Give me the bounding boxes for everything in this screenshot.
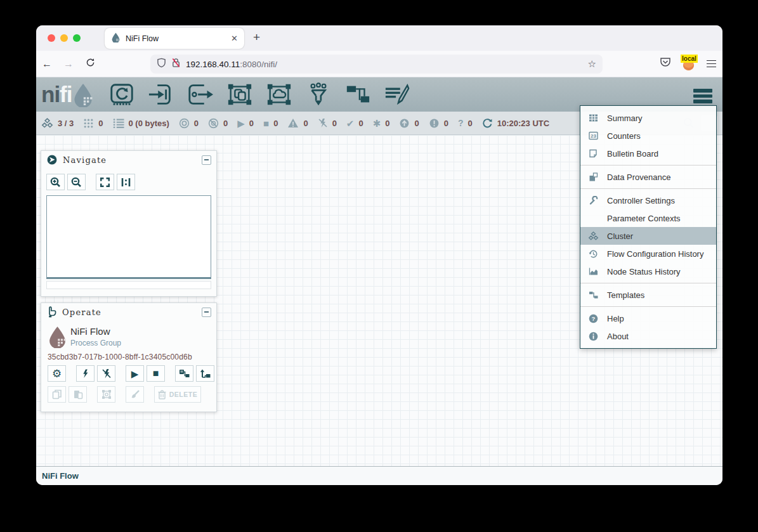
up-to-date-count: 0 <box>358 119 363 128</box>
sync-failure-stat: ? 0 <box>458 119 473 128</box>
remote-process-group-component-icon[interactable] <box>265 82 293 107</box>
disable-button[interactable] <box>97 365 115 382</box>
zoom-in-button[interactable] <box>46 174 65 190</box>
paste-button[interactable] <box>69 386 87 403</box>
upload-template-button[interactable] <box>196 365 214 382</box>
processor-component-icon[interactable] <box>108 82 136 107</box>
threads-icon <box>83 118 94 129</box>
zoom-fit-button[interactable] <box>96 174 114 190</box>
breadcrumb-label[interactable]: NiFi Flow <box>42 471 79 481</box>
birdseye-brush[interactable] <box>46 281 211 289</box>
start-button[interactable]: ▶ <box>126 365 144 382</box>
global-menu: Summary 23 Counters Bulletin Board Data … <box>580 105 717 349</box>
disabled-count: 0 <box>332 119 337 128</box>
menu-item-bulletin-board[interactable]: Bulletin Board <box>580 145 716 162</box>
menu-item-help[interactable]: ? Help <box>580 309 716 327</box>
menu-divider <box>580 188 716 189</box>
navigate-header[interactable]: Navigate <box>41 151 216 169</box>
nifi-global-menu-icon[interactable] <box>693 89 712 103</box>
menu-item-summary[interactable]: Summary <box>580 109 716 127</box>
output-port-component-icon[interactable] <box>186 82 214 107</box>
operate-actions-row1: ⚙ ▶ ■ <box>48 365 214 382</box>
browser-menu-icon[interactable] <box>707 60 716 68</box>
navigate-collapse-button[interactable] <box>202 155 211 165</box>
zoom-window-button[interactable] <box>73 34 81 42</box>
operate-collapse-button[interactable] <box>202 308 211 317</box>
template-component-icon[interactable] <box>344 82 372 107</box>
back-icon[interactable]: ← <box>36 58 58 70</box>
disabled-stat: 0 <box>318 118 337 128</box>
arrow-up-circle-icon <box>399 118 410 129</box>
forward-icon[interactable]: → <box>58 58 79 70</box>
svg-text:?: ? <box>591 315 595 321</box>
process-group-component-icon[interactable] <box>226 82 254 107</box>
close-window-button[interactable] <box>48 34 55 42</box>
navigate-buttons <box>41 169 216 193</box>
operate-body: NiFi Flow Process Group 35cbd3b7-017b-10… <box>41 321 216 351</box>
configure-button[interactable]: ⚙ <box>48 365 66 382</box>
operate-header[interactable]: Operate <box>41 303 216 321</box>
refresh-icon[interactable] <box>482 118 493 129</box>
group-button[interactable] <box>97 386 115 403</box>
menu-item-flow-configuration-history[interactable]: Flow Configuration History <box>580 245 716 263</box>
menu-item-node-status-history[interactable]: Node Status History <box>580 263 716 280</box>
enable-button[interactable] <box>76 365 95 382</box>
menu-item-data-provenance[interactable]: Data Provenance <box>580 168 716 186</box>
zoom-out-button[interactable] <box>67 174 86 190</box>
birdseye-view[interactable] <box>46 195 211 279</box>
transmitting-stat: 0 <box>179 118 199 129</box>
delete-button[interactable]: DELETE <box>154 386 201 403</box>
nifi-drop-icon <box>72 82 94 107</box>
menu-item-label: Cluster <box>607 231 633 241</box>
breadcrumb[interactable]: NiFi Flow <box>36 466 722 485</box>
bookmark-star-icon[interactable]: ☆ <box>588 58 596 70</box>
shield-icon[interactable] <box>157 58 166 70</box>
menu-item-parameter-contexts[interactable]: Parameter Contexts <box>580 209 716 227</box>
pocket-icon[interactable] <box>660 57 671 70</box>
save-template-button[interactable] <box>175 365 193 382</box>
asterisk-icon: ✱ <box>373 119 381 128</box>
running-play-icon: ▶ <box>237 119 245 128</box>
url-bar[interactable]: 192.168.40.11:8080/nifi/ ☆ <box>150 55 603 74</box>
menu-item-controller-settings[interactable]: Controller Settings <box>580 191 716 209</box>
bolt-slash-icon <box>318 118 328 128</box>
tab-close-icon[interactable]: ✕ <box>231 34 238 43</box>
connected-nodes-stat: 3 / 3 <box>41 118 74 129</box>
menu-item-label: Bulletin Board <box>607 149 658 159</box>
funnel-component-icon[interactable] <box>304 82 332 107</box>
extension-icon[interactable]: local <box>682 57 696 71</box>
copy-button[interactable] <box>48 386 66 403</box>
invalid-stat: 0 <box>287 118 308 128</box>
not-transmitting-count: 0 <box>223 119 228 128</box>
input-port-component-icon[interactable] <box>147 82 175 107</box>
minimize-window-button[interactable] <box>60 34 68 42</box>
bulletin-board-icon <box>587 149 599 158</box>
menu-item-about[interactable]: About <box>580 327 716 345</box>
operate-panel: Operate NiFi Flow Process Group 35cbd3b7… <box>41 302 217 412</box>
label-component-icon[interactable] <box>383 82 411 107</box>
menu-item-templates[interactable]: Templates <box>580 286 716 304</box>
operate-hand-icon <box>46 306 57 318</box>
counters-icon: 23 <box>587 131 599 140</box>
url-text[interactable]: 192.168.40.11:8080/nifi/ <box>186 60 583 69</box>
operate-actions-row2: DELETE <box>48 386 201 403</box>
browser-tab[interactable]: NiFi Flow ✕ <box>105 28 244 49</box>
new-tab-button[interactable]: + <box>253 30 260 44</box>
running-count: 0 <box>249 119 254 128</box>
nifi-favicon <box>111 32 121 45</box>
menu-item-counters[interactable]: 23 Counters <box>580 127 716 145</box>
chart-icon <box>587 267 599 276</box>
menu-divider <box>580 306 716 307</box>
selection-name: NiFi Flow <box>70 326 110 337</box>
active-threads-stat: 0 <box>83 118 103 129</box>
stop-button[interactable]: ■ <box>147 365 165 382</box>
actual-size-button[interactable] <box>117 174 135 190</box>
browser-tab-bar: NiFi Flow ✕ + <box>36 25 722 51</box>
menu-item-cluster[interactable]: Cluster <box>580 227 716 245</box>
menu-divider <box>580 283 716 283</box>
navigate-title: Navigate <box>63 155 197 165</box>
insecure-lock-icon[interactable] <box>171 58 181 70</box>
color-button[interactable] <box>126 386 144 403</box>
menu-divider <box>580 165 716 165</box>
reload-icon[interactable] <box>79 58 101 70</box>
